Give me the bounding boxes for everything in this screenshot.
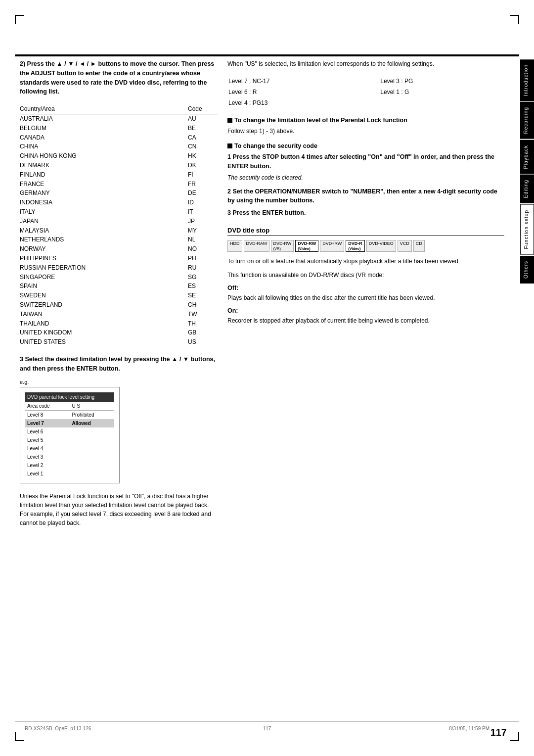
corner-mark-br [510, 732, 519, 741]
parental-note: Unless the Parental Lock function is set… [20, 492, 218, 527]
example-header-area: Area code [25, 402, 70, 411]
table-row: DENMARKDK [20, 161, 218, 170]
left-column: 2) Press the ▲ / ▼ / ◄ / ► buttons to mo… [20, 59, 218, 716]
example-title: DVD parental lock level setting [25, 392, 114, 402]
step2-intro: 2) Press the ▲ / ▼ / ◄ / ► buttons to mo… [20, 59, 218, 96]
tab-editing[interactable]: Editing [520, 175, 534, 203]
tab-recording[interactable]: Recording [520, 102, 534, 139]
table-row: SPAINES [20, 282, 218, 291]
corner-mark-bl [15, 732, 24, 741]
disc-tag-dvdplusrw: DVD+RW [320, 240, 344, 252]
square-icon-2 [227, 143, 232, 148]
example-prohibited: Prohibited [70, 411, 114, 420]
disc-compat: HDD DVD-RAM DVD-RW(VR) DVD-RW(Video) DVD… [227, 240, 504, 252]
change-limitation-heading: To change the limitation level of the Pa… [227, 117, 504, 124]
table-row: BELGIUMBE [20, 124, 218, 133]
disc-tag-dvdrw-video: DVD-RW(Video) [295, 240, 318, 252]
table-row: NORWAYNO [20, 244, 218, 254]
example-level3: Level 3 [25, 453, 70, 461]
off-label: Off: [227, 284, 504, 291]
example-box: DVD parental lock level setting Area cod… [20, 387, 120, 483]
table-row: MALAYSIAMY [20, 226, 218, 236]
table-row: CANADACA [20, 133, 218, 142]
right-tabs: Introduction Recording Playback Editing … [520, 59, 534, 284]
table-row: NETHERLANDSNL [20, 235, 218, 244]
example-allowed: Allowed [70, 419, 114, 427]
disc-tag-cd: CD [413, 240, 425, 252]
table-row: TAIWANTW [20, 310, 218, 319]
table-row: GERMANYDE [20, 189, 218, 198]
eg-label: e.g. [20, 379, 218, 385]
table-row: FRANCEFR [20, 180, 218, 189]
disc-tag-dvdvideo: DVD-VIDEO [366, 240, 396, 252]
follow-step: Follow step 1) - 3) above. [227, 128, 504, 135]
example-level5: Level 5 [25, 436, 70, 444]
disc-tag-dvdr-video: DVD-R(Video) [346, 240, 365, 252]
table-row: SINGAPORESG [20, 273, 218, 282]
table-row: SWEDENSE [20, 291, 218, 300]
tab-introduction[interactable]: Introduction [520, 59, 534, 101]
table-row: CHINACN [20, 142, 218, 151]
tab-playback[interactable]: Playback [520, 140, 534, 174]
level-table: Level 7 : NC-17Level 3 : PGLevel 6 : RLe… [227, 75, 504, 109]
table-row: UNITED STATESUS [20, 337, 218, 347]
table-row: Level 6 : RLevel 1 : G [228, 87, 503, 97]
col-code: Code [188, 104, 218, 114]
table-row: RUSSIAN FEDERATIONRU [20, 263, 218, 273]
limitation-intro: When "US" is selected, its limitation le… [227, 59, 504, 68]
disc-tag-vcd: VCD [398, 240, 412, 252]
step3-text: 3 Select the desired limitation level by… [20, 355, 218, 374]
table-row: Level 4 : PG13 [228, 98, 503, 108]
right-column: When "US" is selected, its limitation le… [227, 59, 504, 716]
on-text: Recorder is stopped after playback of cu… [227, 316, 504, 325]
country-table: Country/Area Code AUSTRALIAAUBELGIUMBECA… [20, 104, 218, 347]
step2-heading: 2 Set the OPERATION/NUMBER switch to "NU… [227, 187, 504, 206]
footer-center: 117 [263, 726, 271, 731]
table-row: PHILIPPINESPH [20, 254, 218, 263]
disc-tag-hdd: HDD [227, 240, 242, 252]
dvd-title-desc2: This function is unavailable on DVD-R/RW… [227, 271, 504, 280]
col-country: Country/Area [20, 104, 188, 114]
main-content: 2) Press the ▲ / ▼ / ◄ / ► buttons to mo… [20, 59, 504, 716]
table-row: Level 7 : NC-17Level 3 : PG [228, 76, 503, 86]
table-row: JAPANJP [20, 217, 218, 226]
example-level1: Level 1 [25, 470, 70, 478]
table-row: FINLANDFI [20, 170, 218, 180]
table-row: AUSTRALIAAU [20, 114, 218, 124]
example-level2: Level 2 [25, 461, 70, 470]
square-icon [227, 118, 232, 123]
example-header-us: U S [70, 402, 114, 411]
security-cleared: The security code is cleared. [227, 174, 504, 181]
step1-heading: 1 Press the STOP button 4 times after se… [227, 152, 504, 171]
off-text: Plays back all following titles on the d… [227, 293, 504, 302]
dvd-title-stop-heading: DVD title stop [227, 227, 504, 236]
table-row: SWITZERLANDCH [20, 300, 218, 310]
example-level8: Level 8 [25, 411, 70, 420]
table-row: INDONESIAID [20, 198, 218, 207]
change-security-heading: To change the security code [227, 142, 504, 149]
example-level7: Level 7 [25, 419, 70, 427]
page-number: 117 [490, 727, 507, 738]
footer-left: RD-XS24SB_OpeE_p113-126 [25, 726, 91, 731]
corner-mark-tr [510, 15, 519, 24]
corner-mark-tl [15, 15, 24, 24]
example-level6: Level 6 [25, 427, 70, 436]
disc-tag-dvdram: DVD-RAM [244, 240, 269, 252]
table-row: CHINA HONG KONGHK [20, 151, 218, 161]
disc-tag-dvdrw-vr: DVD-RW(VR) [271, 240, 294, 252]
top-rule [15, 54, 519, 56]
footer-right: 8/31/05, 11:59 PM [449, 726, 490, 731]
tab-others[interactable]: Others [520, 256, 534, 284]
table-row: UNITED KINGDOMGB [20, 328, 218, 337]
table-row: THAILANDTH [20, 319, 218, 329]
dvd-title-desc1: To turn on or off a feature that automat… [227, 257, 504, 266]
on-label: On: [227, 307, 504, 314]
example-level4: Level 4 [25, 444, 70, 453]
bottom-rule [15, 721, 519, 721]
tab-function-setup[interactable]: Function setup [520, 204, 534, 255]
table-row: ITALYIT [20, 207, 218, 217]
step3-heading: 3 Press the ENTER button. [227, 208, 504, 218]
